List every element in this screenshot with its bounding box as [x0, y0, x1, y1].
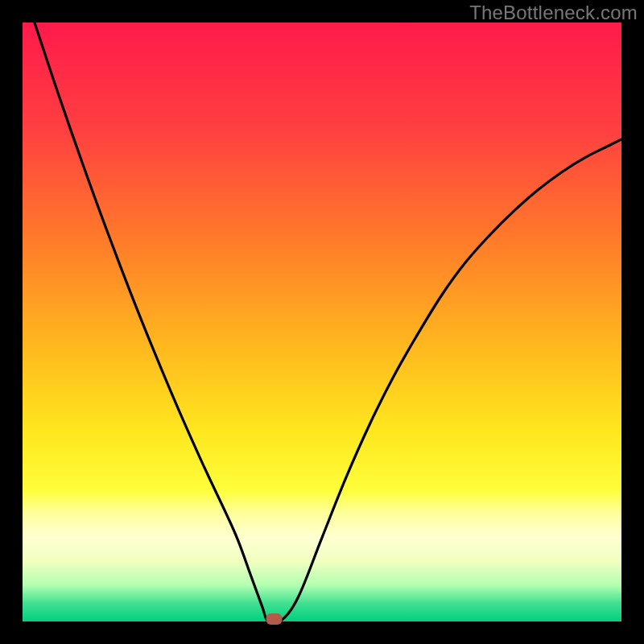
watermark-text: TheBottleneck.com [469, 2, 638, 24]
bottleneck-curve-line [35, 23, 621, 624]
chart-svg [23, 23, 621, 621]
chart-plot-area [23, 23, 621, 621]
optimal-point-marker [266, 613, 283, 625]
